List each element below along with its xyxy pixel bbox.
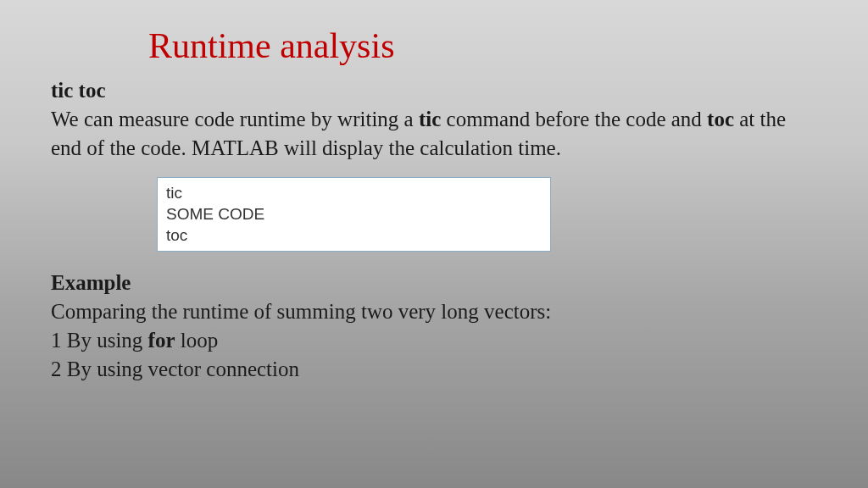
- body-text-1: We can measure code runtime by writing a: [51, 108, 419, 130]
- slide-title: Runtime analysis: [148, 25, 817, 66]
- body-text-2: command before the code and: [441, 108, 707, 130]
- code-line-1: tic: [166, 183, 542, 204]
- slide-container: Runtime analysis tic toc We can measure …: [0, 0, 868, 488]
- toc-keyword: toc: [707, 108, 734, 130]
- item1-suffix: loop: [175, 329, 219, 352]
- intro-paragraph: tic toc We can measure code runtime by w…: [51, 76, 817, 162]
- example-block: Example Comparing the runtime of summing…: [51, 269, 817, 383]
- item1-prefix: 1 By using: [51, 329, 148, 352]
- example-item-1: 1 By using for loop: [51, 326, 817, 355]
- code-line-2: SOME CODE: [166, 204, 542, 225]
- slide-content: tic toc We can measure code runtime by w…: [51, 76, 817, 383]
- for-keyword: for: [148, 329, 175, 352]
- example-heading: Example: [51, 269, 817, 297]
- section-heading: tic toc: [51, 79, 106, 102]
- example-item-2: 2 By using vector connection: [51, 355, 817, 384]
- example-desc: Comparing the runtime of summing two ver…: [51, 297, 817, 326]
- code-line-3: toc: [166, 225, 542, 247]
- code-box: tic SOME CODE toc: [157, 177, 551, 252]
- tic-keyword: tic: [419, 108, 441, 130]
